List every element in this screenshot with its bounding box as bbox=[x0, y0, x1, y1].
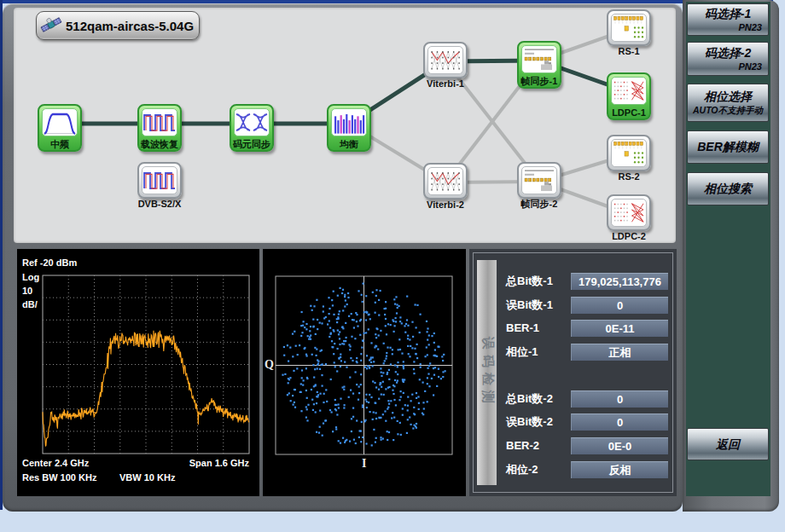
flow-node-label: RS-2 bbox=[607, 171, 651, 182]
ldpc-icon bbox=[611, 199, 647, 227]
ber-row-value-3: 正相 bbox=[571, 344, 668, 361]
sidebar-button-value: AUTO不支持手动 bbox=[690, 104, 765, 116]
main-panel-frame: 中频载波恢复码元同步均衡DVB-S2/XViterbi-1Viterbi-2帧同… bbox=[3, 3, 683, 512]
flow-node-viterbi1[interactable]: Viterbi-1 bbox=[423, 42, 468, 90]
sidebar: 码选择-1PN23码选择-2PN23相位选择AUTO不支持手动BER解模糊相位搜… bbox=[683, 0, 779, 512]
flow-node-dvb[interactable]: DVB-S2/X bbox=[137, 162, 182, 210]
sidebar-button-ber-deambiguity[interactable]: BER解模糊 bbox=[687, 130, 769, 164]
bars-icon bbox=[331, 108, 367, 136]
sidebar-button-code-select-1[interactable]: 码选择-1PN23 bbox=[687, 3, 769, 36]
flow-node-box: LDPC-1 bbox=[607, 72, 651, 120]
ber-vertical-title: 误码检测 bbox=[477, 260, 497, 485]
ldpc-icon bbox=[611, 77, 647, 105]
sidebar-background: 码选择-1PN23码选择-2PN23相位选择AUTO不支持手动BER解模糊相位搜… bbox=[686, 2, 770, 496]
flow-node-label: 载波恢复 bbox=[139, 139, 180, 150]
ber-row-label-5: 误Bit数-2 bbox=[506, 413, 553, 431]
flow-diagram-panel: 中频载波恢复码元同步均衡DVB-S2/XViterbi-1Viterbi-2帧同… bbox=[14, 8, 676, 243]
flow-node-box bbox=[607, 194, 651, 231]
ber-row-label-6: BER-2 bbox=[506, 437, 539, 454]
spectrum-span-label: Span 1.6 GHz bbox=[189, 458, 249, 468]
sidebar-button-value: PN23 bbox=[690, 21, 765, 33]
flow-node-ldpc2[interactable]: LDPC-2 bbox=[607, 194, 651, 242]
flow-node-label: Viterbi-2 bbox=[423, 200, 468, 211]
ber-row-value-1: 0 bbox=[571, 297, 668, 314]
sidebar-button-label: 相位选择 bbox=[690, 90, 765, 104]
flow-node-box bbox=[607, 9, 651, 46]
sidebar-button-value: PN23 bbox=[690, 61, 765, 72]
flow-node-if[interactable]: 中频 bbox=[38, 104, 82, 152]
flow-node-label: 均衡 bbox=[329, 139, 369, 150]
flow-node-frame2[interactable]: 帧同步-2 bbox=[517, 162, 561, 210]
trellis-icon bbox=[427, 46, 463, 74]
flow-node-box: 码元同步 bbox=[230, 104, 274, 152]
flow-node-rs1[interactable]: RS-1 bbox=[607, 9, 651, 57]
flow-node-label: LDPC-1 bbox=[608, 107, 649, 119]
sidebar-button-label: 码选择-1 bbox=[690, 7, 765, 21]
ber-row-value-2: 0E-11 bbox=[571, 320, 668, 337]
sidebar-button-label: 相位搜索 bbox=[690, 182, 765, 196]
ber-row-label-7: 相位-2 bbox=[506, 461, 538, 478]
ber-row-label-4: 总Bit数-2 bbox=[506, 390, 553, 408]
sidebar-button-code-select-2[interactable]: 码选择-2PN23 bbox=[687, 42, 769, 76]
trellis-icon bbox=[427, 167, 463, 195]
flow-node-label: 帧同步-2 bbox=[517, 199, 561, 210]
squarewave-icon bbox=[142, 166, 177, 194]
flow-node-label: 中频 bbox=[39, 139, 80, 150]
flow-node-box bbox=[137, 162, 182, 199]
rs-icon bbox=[611, 139, 647, 167]
satellite-icon bbox=[40, 14, 62, 38]
flow-node-label: Viterbi-1 bbox=[423, 78, 468, 90]
ber-row-label-2: BER-1 bbox=[506, 320, 539, 337]
ber-row-value-4: 0 bbox=[571, 390, 668, 408]
sidebar-button-label: BER解模糊 bbox=[690, 140, 765, 154]
bandpass-icon bbox=[42, 108, 78, 136]
ber-row-label-0: 总Bit数-1 bbox=[506, 273, 553, 290]
preset-button[interactable]: 512qam-aircas-5.04G bbox=[36, 11, 200, 40]
flow-node-frame1[interactable]: 帧同步-1 bbox=[517, 41, 561, 89]
flow-node-box bbox=[517, 162, 561, 199]
i-axis-label: I bbox=[362, 457, 366, 471]
flow-node-label: 帧同步-1 bbox=[519, 76, 560, 87]
preset-label: 512qam-aircas-5.04G bbox=[66, 19, 194, 33]
return-button-label: 返回 bbox=[690, 437, 765, 452]
eye-icon bbox=[234, 108, 270, 136]
flow-node-box bbox=[423, 42, 468, 78]
spectrum-center-label: Center 2.4 GHz bbox=[22, 458, 89, 468]
ber-row-value-5: 0 bbox=[571, 413, 668, 431]
flow-node-label: RS-1 bbox=[607, 46, 651, 57]
flow-node-eq[interactable]: 均衡 bbox=[327, 104, 371, 152]
flow-node-viterbi2[interactable]: Viterbi-2 bbox=[423, 163, 468, 211]
app-window: 中频载波恢复码元同步均衡DVB-S2/XViterbi-1Viterbi-2帧同… bbox=[0, 0, 785, 532]
flow-node-symsync[interactable]: 码元同步 bbox=[230, 104, 274, 152]
sidebar-button-phase-search[interactable]: 相位搜索 bbox=[687, 172, 769, 205]
ber-row-value-0: 179,025,113,776 bbox=[571, 273, 668, 290]
flow-node-box bbox=[607, 135, 651, 171]
flow-node-label: 码元同步 bbox=[231, 139, 272, 150]
flow-node-box bbox=[423, 163, 468, 200]
flow-node-box: 中频 bbox=[38, 104, 82, 152]
flow-node-label: LDPC-2 bbox=[607, 231, 651, 242]
spectrum-panel: Ref -20 dBm Log 10 dB/ Center 2.4 GHz Sp… bbox=[17, 249, 259, 496]
ber-stats-panel: 误码检测 总Bit数-1179,025,113,776误Bit数-10BER-1… bbox=[469, 249, 677, 496]
sidebar-button-label: 码选择-2 bbox=[690, 46, 765, 61]
sidebar-button-phase-select[interactable]: 相位选择AUTO不支持手动 bbox=[687, 84, 769, 122]
constellation-panel: Q I bbox=[263, 249, 466, 496]
ber-row-value-7: 反相 bbox=[571, 461, 668, 478]
ber-row-label-3: 相位-1 bbox=[506, 344, 538, 361]
framesync-icon bbox=[521, 166, 557, 194]
flow-node-box: 均衡 bbox=[327, 104, 371, 152]
flow-node-ldpc1[interactable]: LDPC-1 bbox=[607, 72, 651, 120]
framesync-icon bbox=[521, 45, 557, 73]
flow-node-label: DVB-S2/X bbox=[137, 199, 182, 210]
spectrum-rbw-label: Res BW 100 KHz bbox=[22, 472, 96, 483]
return-button[interactable]: 返回 bbox=[687, 428, 769, 460]
ber-row-value-6: 0E-0 bbox=[571, 437, 668, 454]
flow-node-box: 载波恢复 bbox=[137, 104, 182, 152]
ber-vertical-title-text: 误码检测 bbox=[479, 337, 495, 408]
flow-node-rs2[interactable]: RS-2 bbox=[607, 135, 651, 182]
squarewave-icon bbox=[142, 108, 177, 136]
ber-row-label-1: 误Bit数-1 bbox=[506, 297, 553, 314]
flow-node-carrier[interactable]: 载波恢复 bbox=[137, 104, 182, 152]
flow-node-box: 帧同步-1 bbox=[517, 41, 561, 89]
rs-icon bbox=[611, 14, 647, 42]
